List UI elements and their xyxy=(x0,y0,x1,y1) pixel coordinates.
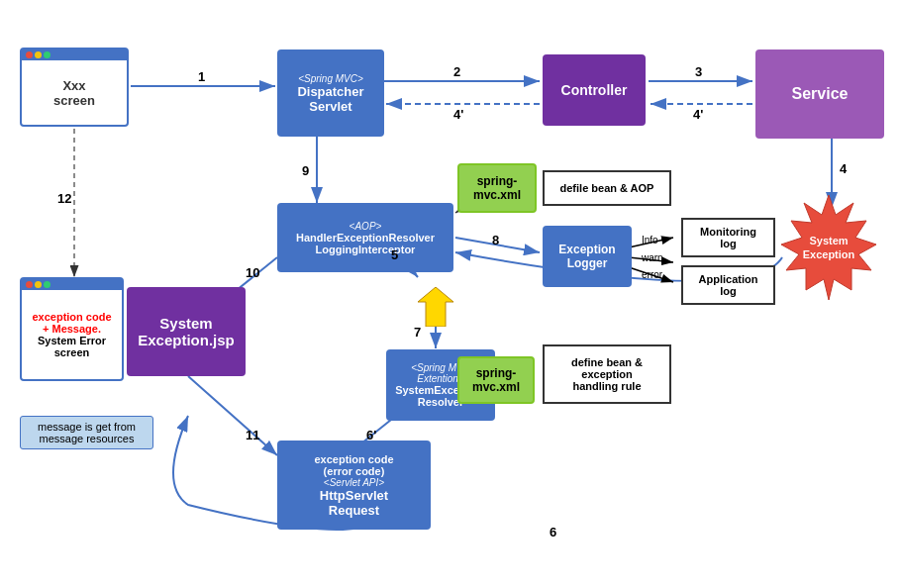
dot-green xyxy=(44,51,50,58)
label-6: 6 xyxy=(550,525,556,539)
dot-yellow xyxy=(35,51,42,58)
error-exception-code: exception code xyxy=(32,311,111,323)
label-10: 10 xyxy=(246,265,259,280)
error-system-error: System Error xyxy=(38,335,106,346)
error-screen-label: screen xyxy=(54,346,89,358)
screen-titlebar xyxy=(22,49,127,60)
label-7: 7 xyxy=(414,325,421,340)
dot-green2 xyxy=(44,281,50,288)
controller-label: Controller xyxy=(561,82,628,98)
define-bean-exception-label: define bean & exception handling rule xyxy=(571,356,643,392)
label-4p1: 4' xyxy=(453,107,463,122)
funnel-svg xyxy=(418,287,453,327)
label-9: 9 xyxy=(302,163,309,178)
dot-yellow2 xyxy=(35,281,42,288)
message-callout-label: message is get from message resources xyxy=(38,421,136,444)
label-8: 8 xyxy=(492,233,499,247)
label-5: 5 xyxy=(391,247,398,262)
application-log-box: Applicationlog xyxy=(681,265,775,305)
exception-logger-box: ExceptionLogger xyxy=(543,226,632,287)
dispatcher-label: DispatcherServlet xyxy=(297,84,363,114)
dot-red xyxy=(26,51,33,58)
log-error-label: error xyxy=(642,269,662,280)
http-servlet-title: exception code(error code) xyxy=(314,453,393,477)
http-servlet-subtitle: <Servlet API> xyxy=(324,477,384,488)
spring-mvc-xml-top-box: spring-mvc.xml xyxy=(457,163,537,213)
svg-line-16 xyxy=(188,376,277,455)
label-1: 1 xyxy=(198,69,205,84)
label-3: 3 xyxy=(695,64,702,79)
label-6p: 6' xyxy=(366,428,376,442)
label-12: 12 xyxy=(57,191,71,206)
define-bean-aop-label: defile bean & AOP xyxy=(560,182,654,194)
svg-marker-25 xyxy=(781,195,876,300)
monitoring-log-label: Monitoringlog xyxy=(700,226,756,249)
svg-marker-24 xyxy=(418,287,453,327)
exception-logger-label: ExceptionLogger xyxy=(558,243,615,270)
handler-label: HandlerExceptionResolverLoggingIntercept… xyxy=(296,232,435,255)
log-warn-label: warn xyxy=(642,252,663,263)
controller-box: Controller xyxy=(543,54,646,126)
xxx-screen-box: Xxx screen xyxy=(20,48,129,127)
starburst-svg: System Exception xyxy=(774,193,883,302)
label-4p2: 4' xyxy=(693,107,703,122)
label-11: 11 xyxy=(246,428,259,442)
service-label: Service xyxy=(792,85,849,103)
service-box: Service xyxy=(755,49,884,139)
error-screen-titlebar xyxy=(22,279,122,290)
http-servlet-label: HttpServletRequest xyxy=(320,488,388,518)
spring-mvc-xml-top-label: spring-mvc.xml xyxy=(473,174,521,202)
error-message: + Message. xyxy=(43,323,101,335)
dispatcher-subtitle: <Spring MVC> xyxy=(298,73,363,84)
system-exception-jsp-box: SystemException.jsp xyxy=(127,287,246,376)
svg-text:System: System xyxy=(809,235,848,246)
system-exception-jsp-label: SystemException.jsp xyxy=(138,315,235,348)
svg-text:Exception: Exception xyxy=(803,248,855,260)
dispatcher-servlet-box: <Spring MVC> DispatcherServlet xyxy=(277,49,384,137)
error-screen-content: exception code + Message. System Error s… xyxy=(30,290,113,379)
funnel-icon xyxy=(418,287,453,327)
error-screen-box: exception code + Message. System Error s… xyxy=(20,277,124,381)
define-bean-aop-box: defile bean & AOP xyxy=(543,170,671,206)
spring-mvc-xml-bottom-box: spring-mvc.xml xyxy=(457,356,535,404)
handler-exception-resolver-box: <AOP> HandlerExceptionResolverLoggingInt… xyxy=(277,203,453,272)
xxx-screen-content: Xxx screen xyxy=(53,60,95,125)
handler-subtitle: <AOP> xyxy=(350,221,382,232)
http-servlet-request-box: exception code(error code) <Servlet API>… xyxy=(277,441,431,530)
monitoring-log-box: Monitoringlog xyxy=(681,218,775,257)
log-info-label: Info xyxy=(642,235,658,245)
application-log-label: Applicationlog xyxy=(699,273,758,297)
label-4: 4 xyxy=(840,161,847,176)
label-2: 2 xyxy=(453,64,460,79)
diagram: Xxx screen <Spring MVC> DispatcherServle… xyxy=(0,0,901,588)
xxx-screen-label: Xxx screen xyxy=(53,78,95,108)
system-exception-starburst: System Exception xyxy=(774,193,883,302)
dot-red2 xyxy=(26,281,33,288)
spring-mvc-xml-bottom-label: spring-mvc.xml xyxy=(472,366,520,394)
message-callout-box: message is get from message resources xyxy=(20,416,153,449)
define-bean-exception-box: define bean & exception handling rule xyxy=(543,344,671,404)
